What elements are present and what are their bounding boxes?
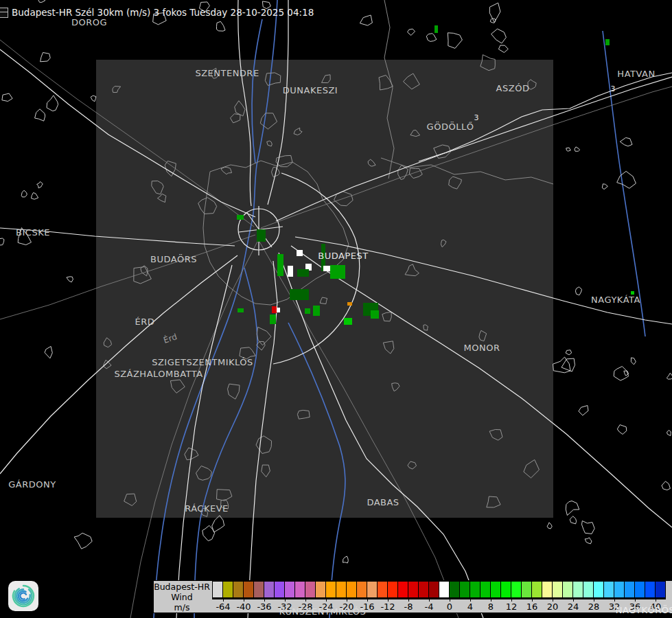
city-label: GÁRDONY bbox=[8, 479, 56, 490]
color-step bbox=[460, 582, 470, 597]
tick-label: -12 bbox=[380, 602, 395, 612]
settlement-blob bbox=[441, 240, 447, 247]
echo-cell bbox=[237, 215, 244, 220]
settlement-blob bbox=[409, 168, 422, 179]
color-step bbox=[480, 582, 491, 597]
settlement-blob bbox=[620, 138, 632, 146]
color-step bbox=[254, 582, 264, 597]
settlement-blob bbox=[617, 171, 636, 188]
settlement-blob bbox=[152, 181, 163, 194]
settlement-blob bbox=[294, 128, 302, 135]
echo-cell bbox=[277, 254, 283, 276]
city-label: RÁCKEVE bbox=[185, 503, 229, 514]
settlement-blob bbox=[35, 109, 45, 121]
title-bar: Budapest-HR Szél 30km (m/s) 3 fokos Tues… bbox=[0, 5, 314, 19]
echo-cell bbox=[605, 39, 610, 45]
settlement-blob bbox=[566, 148, 571, 151]
settlement-blob bbox=[170, 380, 185, 393]
settlement-blob bbox=[343, 556, 349, 563]
color-step bbox=[326, 582, 336, 597]
settlement-blob bbox=[40, 53, 51, 62]
color-step bbox=[285, 582, 295, 597]
settlement-blob bbox=[368, 159, 375, 166]
settlement-blob bbox=[383, 341, 394, 354]
settlement-blob bbox=[448, 33, 462, 49]
color-step bbox=[213, 582, 223, 597]
color-step bbox=[367, 582, 378, 597]
settlement-blob bbox=[662, 481, 670, 490]
settlement-blob bbox=[405, 264, 419, 276]
color-step bbox=[336, 582, 347, 597]
echo-cell bbox=[347, 302, 352, 306]
settlement-blob bbox=[37, 182, 43, 188]
settlement-blob bbox=[265, 73, 281, 86]
color-step bbox=[244, 582, 254, 597]
app-logo[interactable] bbox=[8, 581, 38, 611]
color-step bbox=[563, 582, 573, 597]
color-step bbox=[614, 582, 625, 597]
settlement-blob bbox=[491, 29, 507, 43]
settlement-blob bbox=[480, 55, 496, 71]
color-step bbox=[645, 582, 656, 597]
settlement-blob bbox=[47, 95, 58, 111]
settlement-blob bbox=[487, 496, 500, 507]
settlement-blob bbox=[602, 184, 607, 190]
legend-product-label: Budapest-HR bbox=[152, 582, 211, 592]
settlement-blob bbox=[91, 95, 96, 102]
color-step bbox=[357, 582, 367, 597]
color-step bbox=[491, 582, 501, 597]
tick-label: -8 bbox=[404, 602, 413, 612]
legend-parameter-label: Wind bbox=[152, 592, 211, 602]
settlement-blob bbox=[667, 431, 671, 436]
settlement-blob bbox=[547, 523, 552, 529]
echo-cell bbox=[277, 308, 280, 312]
settlement-blob bbox=[424, 325, 428, 330]
echo-cell bbox=[270, 314, 276, 324]
color-step bbox=[408, 582, 419, 597]
settlement-blob bbox=[614, 367, 629, 381]
color-step bbox=[419, 582, 429, 597]
settlement-blob bbox=[575, 147, 580, 151]
settlement-blob bbox=[2, 93, 12, 101]
settlement-blob bbox=[392, 383, 399, 391]
color-step bbox=[501, 582, 511, 597]
echo-cell bbox=[288, 266, 293, 277]
settlement-blob bbox=[631, 358, 636, 365]
city-label: ASZÓD bbox=[496, 83, 530, 93]
color-step bbox=[223, 582, 233, 597]
city-label: MONOR bbox=[464, 343, 500, 353]
city-watermark: KUNSZENTMIKLÓS bbox=[279, 606, 366, 617]
color-step bbox=[625, 582, 635, 597]
color-step bbox=[604, 582, 614, 597]
echo-cell bbox=[313, 306, 320, 316]
settlement-blob bbox=[260, 113, 277, 129]
color-step bbox=[275, 582, 285, 597]
settlement-blob bbox=[585, 538, 592, 544]
settlement-blob bbox=[21, 190, 27, 197]
settlement-blob bbox=[404, 73, 420, 89]
settlement-blob bbox=[38, 0, 45, 2]
settlement-blob bbox=[379, 76, 393, 91]
color-step bbox=[594, 582, 604, 597]
tick-label: 24 bbox=[568, 602, 579, 612]
color-step bbox=[450, 582, 460, 597]
tick-label: 28 bbox=[588, 602, 600, 612]
settlement-blob bbox=[267, 141, 273, 146]
settlement-blob bbox=[124, 494, 137, 505]
settlement-blob bbox=[322, 75, 331, 83]
city-watermark: NAGYKŐRÖS bbox=[616, 605, 672, 615]
settlement-blob bbox=[570, 516, 576, 524]
color-step bbox=[511, 582, 522, 597]
tick-label: 4 bbox=[467, 602, 473, 612]
settlement-blob bbox=[217, 21, 226, 31]
legend-label-block: Budapest-HR Wind m/s bbox=[152, 582, 211, 613]
tick-label: -64 bbox=[216, 602, 230, 612]
settlement-blob bbox=[74, 533, 92, 549]
color-step bbox=[305, 582, 316, 597]
settlement-blob bbox=[408, 29, 415, 35]
settlement-blob bbox=[566, 350, 572, 355]
city-label: HATVAN bbox=[617, 69, 655, 79]
echo-cell bbox=[237, 308, 244, 312]
color-step bbox=[656, 582, 665, 597]
settlement-blob bbox=[212, 516, 224, 532]
